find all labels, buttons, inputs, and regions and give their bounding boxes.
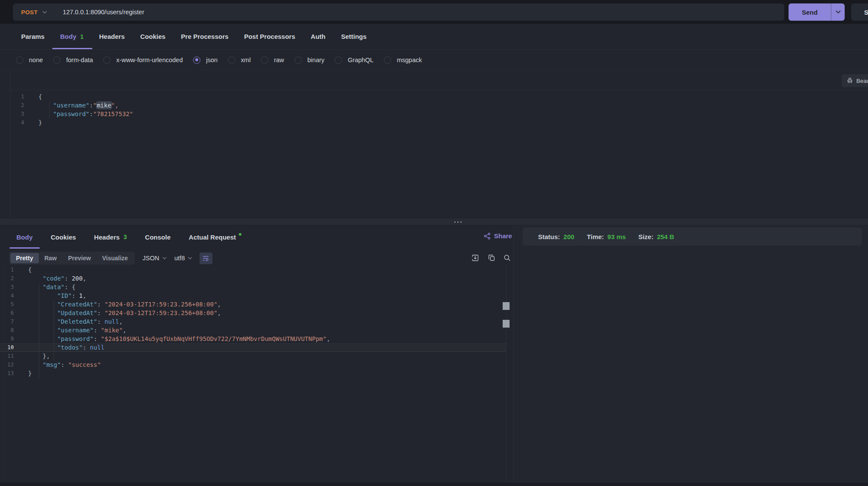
line-number: 2: [0, 274, 14, 283]
line-number: 1: [0, 265, 14, 274]
line-number: 6: [0, 309, 14, 317]
body-type-form-data[interactable]: form-data: [53, 57, 93, 64]
format-dropdown[interactable]: JSON: [143, 255, 167, 262]
tab-auth[interactable]: Auth: [311, 24, 326, 49]
code-line: 1{: [0, 265, 506, 274]
chevron-down-icon[interactable]: [42, 11, 47, 14]
request-body-panel: Beautify 1{2 "username":"mike",3 "passwo…: [10, 71, 868, 218]
code-line: 12 "msg": "success": [0, 360, 506, 369]
body-count-badge: 1: [80, 33, 84, 40]
radio-icon[interactable]: [103, 57, 111, 64]
send-button-label[interactable]: Send: [789, 3, 831, 21]
line-number: 7: [0, 317, 14, 326]
code-line: 1{: [10, 92, 868, 101]
send-options-chevron-icon[interactable]: [831, 3, 845, 21]
response-tab-headers[interactable]: Headers3: [94, 225, 127, 249]
body-type-x-www-form-urlencoded[interactable]: x-www-form-urlencoded: [103, 57, 183, 64]
request-body-editor[interactable]: 1{2 "username":"mike",3 "password":"7821…: [10, 92, 868, 127]
radio-icon[interactable]: [53, 57, 60, 64]
scrollbar-marker[interactable]: [503, 302, 510, 310]
radio-icon[interactable]: [335, 57, 342, 64]
view-mode-pretty[interactable]: Pretty: [10, 253, 39, 263]
encoding-dropdown[interactable]: utf8: [174, 255, 192, 262]
url-input[interactable]: POST 127.0.0.1:8090/users/register: [13, 3, 784, 21]
response-tab-cookies[interactable]: Cookies: [51, 225, 76, 249]
code-line: 3 "password":"782157532": [10, 110, 868, 118]
tab-settings[interactable]: Settings: [341, 24, 367, 49]
indent-guide: [49, 102, 50, 119]
line-number: 10: [0, 344, 14, 351]
copy-response-icon[interactable]: [488, 254, 495, 262]
response-tab-body[interactable]: Body: [16, 225, 33, 249]
line-number: 5: [0, 300, 14, 309]
tab-headers[interactable]: Headers: [99, 24, 125, 49]
chevron-down-icon: [162, 257, 167, 259]
line-number: 8: [0, 326, 14, 335]
scrollbar-track[interactable]: [506, 265, 507, 484]
radio-icon[interactable]: [228, 57, 235, 64]
view-mode-raw[interactable]: Raw: [39, 253, 63, 263]
status-code: Status:200: [538, 233, 574, 240]
code-line: 4 "ID": 1,: [0, 291, 506, 300]
body-type-graphql[interactable]: GraphQL: [335, 57, 374, 64]
pane-resize-handle[interactable]: [0, 218, 868, 225]
code-line: 3 "data": {: [0, 283, 506, 291]
editor-toolbar: Beautify: [10, 71, 868, 90]
tab-pre-processors[interactable]: Pre Processors: [181, 24, 228, 49]
method-dropdown[interactable]: POST: [21, 9, 38, 16]
scrollbar-marker[interactable]: [503, 320, 510, 328]
response-body-editor[interactable]: 1{2 "code": 200,3 "data": {4 "ID": 1,5 "…: [0, 265, 506, 378]
download-response-icon[interactable]: [472, 254, 479, 262]
word-wrap-toggle[interactable]: [200, 252, 212, 264]
radio-icon[interactable]: [384, 57, 391, 64]
view-mode-switcher: Pretty Raw Preview Visualize: [9, 252, 135, 265]
response-tab-bar: Body Cookies Headers3 Console Actual Req…: [0, 225, 513, 249]
view-mode-visualize[interactable]: Visualize: [96, 253, 133, 263]
code-line: 4}: [10, 118, 868, 127]
tab-post-processors[interactable]: Post Processors: [244, 24, 295, 49]
search-icon[interactable]: [504, 254, 511, 262]
line-number: 4: [0, 291, 14, 300]
headers-count-badge: 3: [124, 234, 127, 240]
save-button[interactable]: Save: [851, 3, 868, 21]
indent-guide: [39, 284, 39, 378]
response-time: Time:93 ms: [587, 233, 626, 240]
response-panel: Body Cookies Headers3 Console Actual Req…: [0, 225, 514, 486]
body-type-binary[interactable]: binary: [295, 57, 325, 64]
request-tab-bar: Params Body1 Headers Cookies Pre Process…: [0, 24, 868, 50]
response-status-bar: Status:200 Time:93 ms Size:254 B: [523, 227, 862, 246]
tab-body[interactable]: Body1: [60, 24, 83, 49]
share-button[interactable]: Share: [484, 232, 512, 240]
response-tab-console[interactable]: Console: [145, 225, 171, 249]
body-type-selector: none form-data x-www-form-urlencoded jso…: [0, 50, 868, 71]
tab-cookies[interactable]: Cookies: [140, 24, 165, 49]
beautify-icon: [847, 78, 853, 84]
tab-params[interactable]: Params: [21, 24, 44, 49]
line-number: 4: [10, 118, 24, 127]
beautify-label: Beautify: [856, 78, 868, 84]
line-number: 9: [0, 335, 14, 343]
url-text[interactable]: 127.0.0.1:8090/users/register: [63, 9, 144, 16]
bottom-edge: [0, 483, 868, 486]
body-type-none[interactable]: none: [16, 57, 43, 64]
response-size: Size:254 B: [638, 233, 674, 240]
radio-icon[interactable]: [295, 57, 302, 64]
body-type-xml[interactable]: xml: [228, 57, 251, 64]
radio-selected-icon[interactable]: [193, 57, 200, 64]
indent-guide: [54, 301, 54, 360]
line-number: 3: [10, 110, 24, 118]
drag-handle-icon[interactable]: [454, 221, 462, 223]
line-number: 11: [0, 352, 14, 360]
top-bar: POST 127.0.0.1:8090/users/register Send …: [0, 0, 868, 24]
status-code-value: 200: [564, 233, 574, 240]
body-type-msgpack[interactable]: msgpack: [384, 57, 422, 64]
body-type-raw[interactable]: raw: [261, 57, 284, 64]
response-time-value: 93 ms: [608, 233, 626, 240]
response-tab-actual-request[interactable]: Actual Request: [189, 225, 241, 249]
radio-icon[interactable]: [261, 57, 268, 64]
view-mode-preview[interactable]: Preview: [62, 253, 96, 263]
beautify-button[interactable]: Beautify: [842, 74, 868, 87]
body-type-json[interactable]: json: [193, 57, 218, 64]
radio-icon[interactable]: [16, 57, 23, 64]
send-button[interactable]: Send: [789, 3, 845, 21]
